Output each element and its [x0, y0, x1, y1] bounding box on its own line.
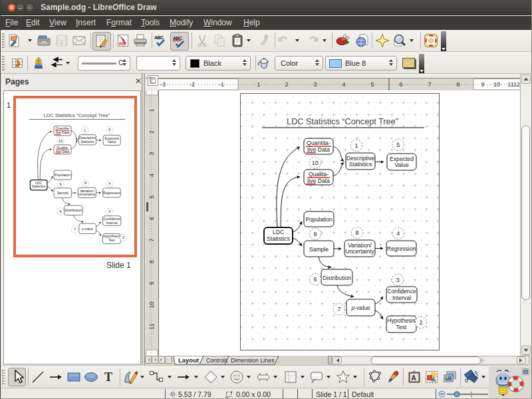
svg-text:6: 6: [399, 81, 402, 88]
svg-text:-3: -3: [160, 81, 166, 88]
svg-text:Controls: Controls: [206, 357, 228, 364]
svg-text:5: 5: [148, 195, 155, 198]
svg-text:6: 6: [148, 217, 155, 220]
svg-text:2: 2: [148, 130, 155, 134]
svg-text:7: 7: [148, 238, 155, 241]
svg-text:T: T: [104, 370, 112, 384]
svg-text:2: 2: [285, 81, 288, 88]
svg-text:ABC: ABC: [154, 35, 164, 40]
svg-text:12: 12: [513, 81, 520, 88]
svg-text:9: 9: [148, 281, 155, 285]
svg-text:8: 8: [456, 81, 460, 88]
svg-text:1: 1: [257, 81, 260, 88]
svg-text:Dimension Lines: Dimension Lines: [231, 357, 275, 364]
svg-text:11: 11: [148, 323, 155, 329]
svg-text:Layout: Layout: [178, 356, 200, 364]
svg-text:4: 4: [342, 81, 345, 88]
svg-text:4: 4: [148, 174, 155, 177]
svg-text:9: 9: [481, 81, 484, 88]
svg-text:10: 10: [493, 81, 500, 88]
svg-text:8: 8: [148, 260, 155, 263]
svg-text:3: 3: [313, 81, 317, 88]
svg-text:1: 1: [148, 108, 155, 112]
svg-text:3: 3: [148, 152, 155, 155]
svg-text:10: 10: [148, 301, 155, 308]
svg-text:PDF: PDF: [119, 42, 127, 46]
svg-text:5: 5: [370, 81, 374, 88]
svg-text:A: A: [412, 374, 416, 382]
svg-text:-1: -1: [219, 81, 224, 88]
svg-text:7: 7: [428, 81, 431, 88]
svg-text:-2: -2: [190, 81, 195, 88]
